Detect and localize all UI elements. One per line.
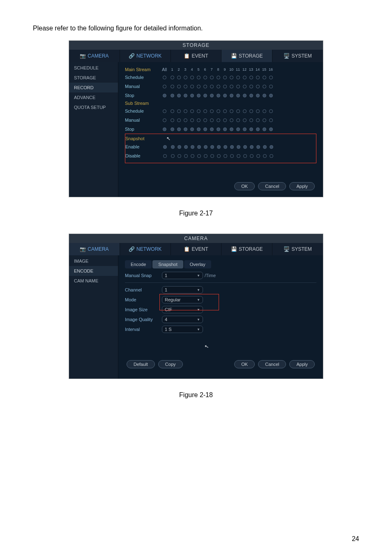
- radio-cell[interactable]: [262, 143, 267, 150]
- radio-cell[interactable]: [182, 125, 188, 133]
- radio-cell[interactable]: [242, 143, 248, 150]
- radio-cell[interactable]: [268, 152, 274, 160]
- ok-button[interactable]: OK: [234, 182, 255, 190]
- radio-cell[interactable]: [255, 143, 261, 150]
- cancel-button[interactable]: Cancel: [258, 360, 286, 368]
- radio-cell[interactable]: [235, 83, 241, 90]
- tab-network[interactable]: 🔗 NETWORK: [120, 243, 171, 255]
- radio-cell[interactable]: [261, 83, 267, 90]
- radio-cell[interactable]: [189, 83, 195, 90]
- radio-cell[interactable]: [215, 125, 221, 133]
- radio-cell[interactable]: [189, 74, 195, 81]
- radio-cell[interactable]: [189, 107, 195, 115]
- radio-cell[interactable]: [255, 125, 261, 133]
- image-quality-select[interactable]: 4▼: [162, 316, 203, 323]
- radio-cell[interactable]: [176, 74, 182, 81]
- tab-storage[interactable]: 💾 STORAGE: [221, 243, 272, 255]
- radio-cell[interactable]: [222, 143, 228, 150]
- radio-all[interactable]: [159, 107, 169, 115]
- radio-cell[interactable]: [182, 116, 188, 124]
- radio-cell[interactable]: [242, 74, 247, 81]
- sidebar-item[interactable]: RECORD: [69, 83, 118, 92]
- tab-system[interactable]: 🖥️ SYSTEM: [272, 50, 323, 62]
- radio-cell[interactable]: [202, 74, 208, 81]
- radio-cell[interactable]: [248, 116, 254, 124]
- radio-cell[interactable]: [209, 125, 214, 133]
- radio-cell[interactable]: [228, 92, 234, 99]
- tab-network[interactable]: 🔗 NETWORK: [120, 50, 171, 62]
- radio-cell[interactable]: [169, 125, 175, 133]
- radio-cell[interactable]: [215, 74, 221, 81]
- radio-cell[interactable]: [222, 125, 228, 133]
- sidebar-item[interactable]: SCHEDULE: [69, 63, 118, 73]
- radio-cell[interactable]: [255, 74, 261, 81]
- radio-cell[interactable]: [209, 107, 214, 115]
- radio-cell[interactable]: [268, 107, 274, 115]
- ok-button[interactable]: OK: [234, 360, 255, 368]
- radio-cell[interactable]: [209, 152, 215, 160]
- radio-cell[interactable]: [268, 92, 274, 99]
- radio-cell[interactable]: [222, 116, 228, 124]
- radio-cell[interactable]: [176, 116, 182, 124]
- radio-cell[interactable]: [242, 116, 247, 124]
- radio-cell[interactable]: [215, 107, 221, 115]
- radio-all[interactable]: [159, 125, 169, 133]
- radio-cell[interactable]: [248, 92, 254, 99]
- radio-cell[interactable]: [202, 116, 208, 124]
- radio-cell[interactable]: [242, 107, 247, 115]
- radio-cell[interactable]: [209, 74, 214, 81]
- radio-cell[interactable]: [255, 116, 261, 124]
- radio-cell[interactable]: [215, 116, 221, 124]
- radio-cell[interactable]: [170, 143, 175, 150]
- apply-button[interactable]: Apply: [289, 182, 315, 190]
- radio-cell[interactable]: [202, 125, 208, 133]
- radio-cell[interactable]: [248, 107, 254, 115]
- radio-cell[interactable]: [268, 74, 274, 81]
- radio-cell[interactable]: [196, 125, 201, 133]
- radio-cell[interactable]: [216, 143, 221, 150]
- radio-cell[interactable]: [216, 152, 221, 160]
- radio-cell[interactable]: [228, 125, 234, 133]
- radio-cell[interactable]: [196, 92, 201, 99]
- radio-cell[interactable]: [248, 125, 254, 133]
- radio-cell[interactable]: [196, 143, 202, 150]
- sidebar-item[interactable]: STORAGE: [69, 73, 118, 83]
- radio-cell[interactable]: [268, 83, 274, 90]
- radio-cell[interactable]: [176, 107, 182, 115]
- tab-camera[interactable]: 📷 CAMERA: [69, 50, 120, 62]
- apply-button[interactable]: Apply: [289, 360, 315, 368]
- radio-cell[interactable]: [222, 92, 228, 99]
- radio-cell[interactable]: [176, 143, 182, 150]
- mode-select[interactable]: Regular▼: [162, 296, 203, 303]
- inner-tab-encode[interactable]: Encode: [125, 260, 152, 268]
- sidebar-item[interactable]: IMAGE: [69, 256, 118, 266]
- radio-all[interactable]: [160, 143, 170, 150]
- radio-cell[interactable]: [203, 152, 208, 160]
- radio-cell[interactable]: [228, 116, 234, 124]
- interval-select[interactable]: 1 S▼: [162, 326, 203, 333]
- radio-cell[interactable]: [169, 83, 175, 90]
- radio-cell[interactable]: [235, 92, 241, 99]
- radio-cell[interactable]: [222, 152, 228, 160]
- radio-cell[interactable]: [196, 83, 201, 90]
- radio-cell[interactable]: [242, 92, 247, 99]
- copy-button[interactable]: Copy: [158, 360, 183, 368]
- radio-cell[interactable]: [215, 92, 221, 99]
- radio-cell[interactable]: [235, 107, 241, 115]
- image-size-select[interactable]: CIF▼: [162, 306, 203, 313]
- tab-event[interactable]: 📋 EVENT: [171, 243, 222, 255]
- tab-storage[interactable]: 💾 STORAGE: [221, 50, 272, 62]
- radio-cell[interactable]: [176, 83, 182, 90]
- cancel-button[interactable]: Cancel: [258, 182, 286, 190]
- radio-all[interactable]: [160, 152, 170, 160]
- radio-cell[interactable]: [248, 74, 254, 81]
- radio-cell[interactable]: [169, 116, 175, 124]
- radio-cell[interactable]: [222, 107, 228, 115]
- radio-cell[interactable]: [242, 152, 248, 160]
- radio-cell[interactable]: [196, 74, 201, 81]
- tab-system[interactable]: 🖥️ SYSTEM: [272, 243, 323, 255]
- radio-cell[interactable]: [255, 107, 261, 115]
- radio-cell[interactable]: [170, 152, 175, 160]
- radio-cell[interactable]: [261, 74, 267, 81]
- radio-cell[interactable]: [176, 92, 182, 99]
